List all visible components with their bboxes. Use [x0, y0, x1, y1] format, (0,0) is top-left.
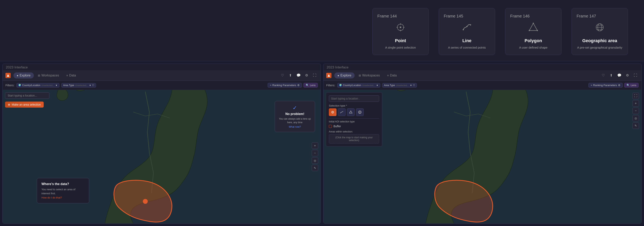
zoom-in-left[interactable]: + — [312, 142, 318, 149]
edit-left[interactable]: ✎ — [312, 165, 318, 171]
where-data-desc: You need to select an area of interest f… — [42, 188, 84, 195]
tab-workspaces-left[interactable]: ⊞ Workspaces — [34, 72, 62, 79]
how-to-link[interactable]: How do I do that? — [42, 196, 84, 199]
tab-workspaces-right[interactable]: ⊞ Workspaces — [356, 72, 383, 79]
locate-right[interactable]: ◎ — [632, 115, 639, 121]
zoom-out-left[interactable]: − — [312, 150, 318, 156]
country-filter-left[interactable]: 🌍 Country/Location Unselected... ▼ — [16, 83, 59, 88]
left-map: Edinburgh Glasgow Start typing a locatio… — [2, 90, 320, 224]
data-icon-left: ≡ — [66, 74, 68, 77]
sel-type-icons-row — [329, 108, 379, 116]
area-dropdown-icon-right: ▼ — [410, 84, 412, 87]
right-filter-right: ≈ Ranking Parameters ⚙ 🔍 Lens — [588, 83, 638, 88]
frame-146-icon — [528, 22, 538, 34]
zoom-out-right[interactable]: − — [632, 108, 639, 114]
check-icon: ✓ — [278, 105, 312, 111]
data-icon-right: ≡ — [387, 74, 388, 77]
where-data-title: Where's the data? — [42, 182, 84, 186]
country-filter-right[interactable]: 🌍 Country/Location Unselected... ▼ — [337, 83, 380, 88]
frame-146[interactable]: Frame 146 Polygon A user defined shape — [505, 8, 562, 55]
areas-within-label: Areas within selection: — [329, 130, 379, 133]
make-area-icon: ⊕ — [8, 103, 10, 106]
frame-145[interactable]: Frame 145 Line A series of connected poi… — [439, 8, 495, 55]
heart-btn-left[interactable]: ♡ — [279, 72, 286, 79]
ranking-btn-right[interactable]: ≈ Ranking Parameters ⚙ — [588, 83, 623, 88]
ranking-settings-icon-right: ⚙ — [618, 84, 620, 87]
ranking-icon-right: ≈ — [591, 84, 592, 87]
svg-marker-9 — [529, 23, 537, 30]
sel-type-label: Selection type * — [329, 104, 379, 107]
comment-btn-left[interactable]: 💬 — [295, 72, 302, 79]
right-filter-label: Filters: — [326, 84, 335, 87]
left-map-svg: Edinburgh Glasgow — [2, 90, 320, 224]
area-dropdown-icon-left: ▼ — [89, 84, 91, 87]
share-btn-left[interactable]: ⬆ — [287, 72, 294, 79]
frame-146-desc: A user defined shape — [519, 46, 548, 49]
frames-section: Frame 144 Point A single point selection… — [0, 0, 644, 61]
frame-147-desc: A pre-set geographical granularity — [577, 46, 622, 49]
dropdown-icon-left: ▼ — [55, 84, 58, 87]
svg-point-6 — [463, 29, 464, 30]
left-interface-label: 2023 Interface — [2, 64, 320, 70]
workspaces-icon-right: ⊞ — [359, 74, 361, 77]
svg-point-7 — [470, 24, 471, 25]
left-logo — [6, 73, 11, 78]
dropdown-icon-right: ▼ — [376, 84, 378, 87]
frame-146-title: Frame 146 — [510, 14, 530, 18]
svg-point-10 — [533, 23, 534, 24]
sel-type-point[interactable] — [329, 108, 336, 116]
svg-marker-27 — [349, 111, 352, 113]
settings-btn-right[interactable]: ⚙ — [624, 72, 630, 79]
right-logo — [326, 73, 332, 78]
left-filter-right: ≈ Ranking Parameters ⚙ 🔍 Lens — [268, 83, 318, 88]
right-map-controls: ⛶ + − ◎ ✎ — [632, 93, 639, 129]
left-tab-actions: ♡ ⬆ 💬 ⚙ ⛶ — [279, 72, 318, 79]
buffer-label: Buffer — [334, 125, 341, 128]
workspaces-icon-left: ⊞ — [38, 74, 40, 77]
country-icon-right: 🌍 — [339, 84, 342, 87]
tab-explore-left[interactable]: ● Explore — [14, 72, 34, 79]
right-location-input[interactable] — [329, 95, 379, 102]
sel-type-geo[interactable] — [356, 108, 364, 116]
tab-explore-right[interactable]: ● Explore — [334, 72, 354, 79]
area-type-filter-left[interactable]: Area Type Unselected... ▼ ☐ — [62, 83, 96, 88]
expand-btn-left[interactable]: ⛶ — [311, 72, 318, 79]
settings-btn-left[interactable]: ⚙ — [303, 72, 310, 79]
frame-147[interactable]: Frame 147 Geographic area A pre-set geog… — [572, 8, 628, 55]
buffer-checkbox[interactable] — [329, 125, 332, 128]
sel-type-line[interactable] — [338, 108, 346, 116]
locate-left[interactable]: ◎ — [312, 157, 318, 164]
frame-144-desc: A single point selection — [385, 46, 416, 49]
ranking-icon-left: ≈ — [270, 84, 271, 87]
left-filter-bar: Filters: 🌍 Country/Location Unselected..… — [2, 81, 320, 90]
zoom-in-right[interactable]: + — [632, 100, 639, 107]
frame-144[interactable]: Frame 144 Point A single point selection — [372, 8, 429, 55]
svg-point-12 — [529, 30, 530, 31]
make-area-btn[interactable]: ⊕ Make an area selection — [5, 102, 44, 108]
svg-point-11 — [537, 30, 538, 31]
lens-btn-right[interactable]: 🔍 Lens — [624, 83, 638, 88]
lens-btn-left[interactable]: 🔍 Lens — [304, 83, 318, 88]
comment-btn-right[interactable]: 💬 — [616, 72, 622, 79]
left-location-search[interactable]: Start typing a location... — [5, 92, 49, 99]
tab-data-left[interactable]: ≡ Data — [63, 72, 79, 79]
where-data-popup: Where's the data? You need to select an … — [37, 178, 89, 203]
right-map: Edinburgh Glasgow Selection type * — [324, 90, 642, 224]
area-type-filter-right[interactable]: Area Type Unselected... ▼ ☐ — [382, 83, 417, 88]
no-problem-title: No problem! — [278, 112, 312, 116]
heart-btn-right[interactable]: ♡ — [600, 72, 606, 79]
ranking-btn-left[interactable]: ≈ Ranking Parameters ⚙ — [268, 83, 302, 88]
tab-data-right[interactable]: ≡ Data — [384, 72, 400, 79]
explore-icon-right: ● — [338, 74, 339, 77]
no-problem-desc: You can always add a lens up here, any t… — [278, 117, 312, 124]
what-now-link[interactable]: What now? — [278, 125, 312, 128]
buffer-row: Buffer — [329, 125, 379, 128]
frame-144-type: Point — [395, 38, 406, 43]
selection-panel: Selection type * — [326, 92, 382, 146]
expand-btn-right[interactable]: ⛶ — [632, 72, 638, 79]
svg-point-26 — [332, 112, 333, 113]
sel-type-polygon[interactable] — [347, 108, 354, 116]
share-btn-right[interactable]: ⬆ — [608, 72, 614, 79]
expand-map-right[interactable]: ⛶ — [632, 93, 639, 99]
edit-right[interactable]: ✎ — [632, 122, 639, 129]
